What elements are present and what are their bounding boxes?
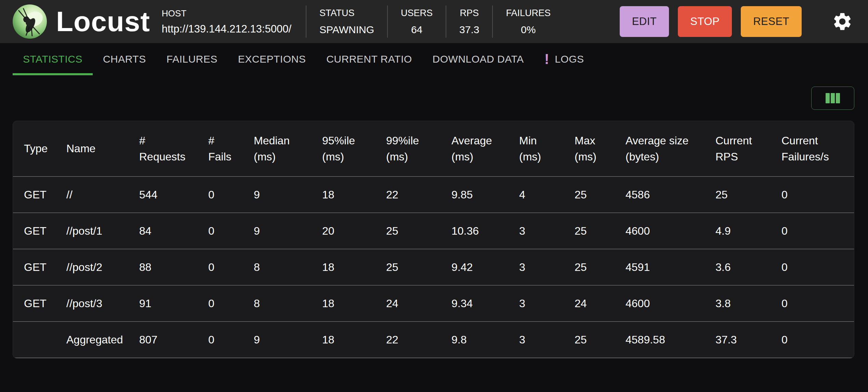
table-cell: GET [13,249,55,285]
table-cell: GET [13,285,55,322]
tab-current-ratio[interactable]: CURRENT RATIO [316,43,422,75]
tab-failures[interactable]: FAILURES [156,43,228,75]
column-header-fails[interactable]: # Fails [197,121,243,177]
table-cell: // [55,177,128,213]
table-cell: 3 [508,322,564,358]
column-header-99-ile-ms[interactable]: 99%ile (ms) [375,121,440,177]
tab-charts[interactable]: CHARTS [93,43,156,75]
locust-logo[interactable] [12,4,47,39]
table-row: GET//post/18409202510.3632546004.90 [13,213,854,249]
table-row: Aggregated8070918229.83254589.5837.30 [13,322,854,358]
table-cell: 3 [508,249,564,285]
table-cell: 0 [197,213,243,249]
tab-statistics[interactable]: STATISTICS [13,43,93,75]
table-cell: GET [13,177,55,213]
stat-value: 64 [411,24,422,36]
table-cell: Aggregated [55,322,128,358]
table-cell: 3 [508,285,564,322]
table-cell: 10.36 [440,213,508,249]
column-visibility-button[interactable] [811,87,854,110]
table-cell: //post/2 [55,249,128,285]
column-header-average-ms[interactable]: Average (ms) [440,121,508,177]
stat-failures: FAILURES0% [493,8,564,36]
statistics-table: TypeName# Requests# FailsMedian (ms)95%i… [13,121,854,358]
table-cell: 9 [243,322,311,358]
tab-label: CURRENT RATIO [326,53,412,65]
host-label: HOST [162,8,291,19]
table-cell: 807 [128,322,197,358]
table-cell: 3.8 [705,285,771,322]
stat-value: 37.3 [459,24,479,36]
table-cell: 9 [243,177,311,213]
table-cell: 4.9 [705,213,771,249]
stat-status: STATUSSPAWNING [306,8,387,36]
stat-label: RPS [460,8,479,18]
settings-button[interactable] [832,11,853,32]
table-cell: 25 [375,249,440,285]
tab-label: DOWNLOAD DATA [433,53,524,65]
table-cell: 8 [243,285,311,322]
column-header-95-ile-ms[interactable]: 95%ile (ms) [311,121,375,177]
table-cell: 22 [375,322,440,358]
alert-badge-icon: ! [544,52,550,66]
table-cell: 25 [705,177,771,213]
table-cell: 0 [771,322,854,358]
table-cell: 9.42 [440,249,508,285]
app-header: Locust HOST http://139.144.212.13:5000/ … [0,0,868,43]
tab-label: EXCEPTIONS [238,53,306,65]
header-actions: EDITSTOPRESET [611,6,802,37]
gear-icon [832,11,853,32]
table-cell: 20 [311,213,375,249]
table-cell: 0 [771,213,854,249]
table-cell: //post/3 [55,285,128,322]
column-header-average-size-bytes[interactable]: Average size (bytes) [615,121,705,177]
statistics-table-card: TypeName# Requests# FailsMedian (ms)95%i… [13,121,854,358]
table-cell: 18 [311,322,375,358]
columns-icon [826,93,840,103]
table-cell: 25 [564,249,615,285]
column-header-requests[interactable]: # Requests [128,121,197,177]
table-cell: 0 [197,177,243,213]
tab-bar: STATISTICSCHARTSFAILURESEXCEPTIONSCURREN… [0,43,868,75]
stat-rps: RPS37.3 [446,8,492,36]
table-cell: 24 [375,285,440,322]
app-title: Locust [56,8,150,36]
header-stats: STATUSSPAWNINGUSERS64RPS37.3FAILURES0% [306,0,564,43]
column-header-name[interactable]: Name [55,121,128,177]
table-cell: //post/1 [55,213,128,249]
tab-label: CHARTS [103,53,146,65]
table-cell: 18 [311,285,375,322]
column-header-min-ms[interactable]: Min (ms) [508,121,564,177]
table-cell: 9.34 [440,285,508,322]
table-cell: 18 [311,249,375,285]
tab-logs[interactable]: !LOGS [534,43,594,75]
reset-button[interactable]: RESET [741,6,802,37]
column-header-max-ms[interactable]: Max (ms) [564,121,615,177]
table-cell: 0 [771,249,854,285]
column-header-median-ms[interactable]: Median (ms) [243,121,311,177]
column-header-current-rps[interactable]: Current RPS [705,121,771,177]
table-cell: 0 [771,177,854,213]
column-header-type[interactable]: Type [13,121,55,177]
table-cell: 9 [243,213,311,249]
table-header-row: TypeName# Requests# FailsMedian (ms)95%i… [13,121,854,177]
tab-exceptions[interactable]: EXCEPTIONS [228,43,316,75]
column-header-current-failures-s[interactable]: Current Failures/s [771,121,854,177]
table-cell: 4600 [615,213,705,249]
table-cell: 544 [128,177,197,213]
table-cell: 0 [197,322,243,358]
table-cell: 4 [508,177,564,213]
table-cell: 24 [564,285,615,322]
stat-value: SPAWNING [319,24,374,36]
table-cell [13,322,55,358]
edit-button[interactable]: EDIT [620,6,669,37]
table-cell: 4589.58 [615,322,705,358]
table-cell: 37.3 [705,322,771,358]
table-cell: 0 [197,285,243,322]
table-cell: 22 [375,177,440,213]
table-cell: 88 [128,249,197,285]
stop-button[interactable]: STOP [678,6,732,37]
tab-download-data[interactable]: DOWNLOAD DATA [422,43,534,75]
table-cell: 0 [771,285,854,322]
table-cell: 4591 [615,249,705,285]
